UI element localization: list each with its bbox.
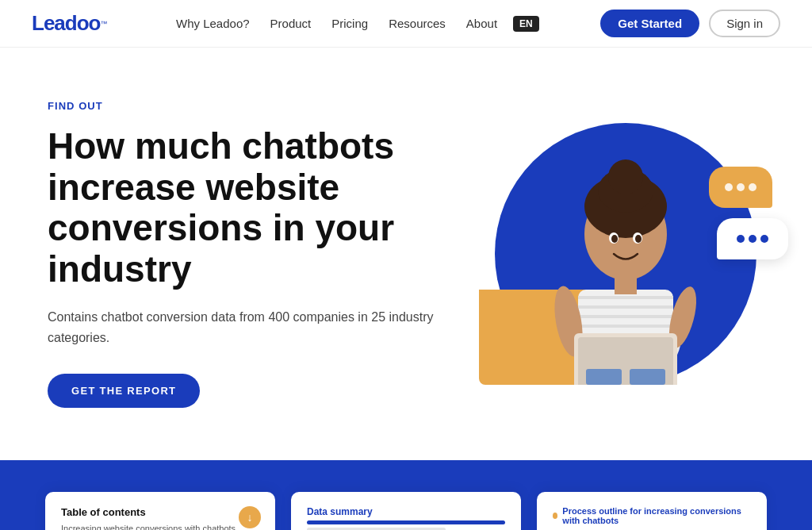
svg-rect-20 [630,369,665,385]
hero-tag: FIND OUT [48,100,436,112]
svg-rect-4 [578,315,673,318]
dot1 [725,183,733,191]
card1-subtitle: Increasing website conversions with chat… [61,523,259,530]
svg-point-17 [635,235,642,243]
dot6 [760,235,768,243]
svg-point-16 [611,235,618,243]
nav-links: Why Leadoo? Product Pricing Resources Ab… [168,12,539,35]
card2-line1 [307,520,505,524]
dot4 [737,235,745,243]
process-outline-card: Process outline for increasing conversio… [537,492,767,530]
card1-icon: ↓ [239,506,261,528]
dot-orange [553,513,557,519]
table-of-contents-card: Table of contents Increasing website con… [45,492,275,530]
card3-title: Process outline for increasing conversio… [562,506,751,525]
lang-badge[interactable]: EN [513,16,539,32]
svg-rect-5 [578,325,673,328]
card1-title: Table of contents [61,506,259,518]
logo[interactable]: Leadoo™ [32,11,106,36]
get-started-button[interactable]: Get Started [600,10,699,37]
dot2 [737,183,745,191]
sign-in-button[interactable]: Sign in [709,10,780,37]
svg-rect-2 [578,296,673,299]
dot5 [749,235,756,243]
get-report-button[interactable]: GET THE REPORT [48,374,200,408]
hero-content: FIND OUT How much chatbots increase webs… [48,100,460,407]
nav-pricing[interactable]: Pricing [324,12,376,35]
nav-why-leadoo[interactable]: Why Leadoo? [168,12,258,35]
nav-about[interactable]: About [458,12,505,35]
svg-point-13 [608,159,643,194]
card2-title: Data summary [307,506,505,517]
hero-subtext: Contains chatbot conversion data from 40… [48,307,436,348]
person-illustration [515,131,737,385]
logo-tm: ™ [100,20,106,28]
logo-text: Leadoo [32,11,100,36]
hero-image [487,123,764,385]
nav-resources[interactable]: Resources [381,12,454,35]
chat-bubble-white [717,218,788,259]
nav-actions: Get Started Sign in [600,10,780,37]
dot3 [749,183,756,191]
chat-bubble-orange [709,167,772,208]
navbar: Leadoo™ Why Leadoo? Product Pricing Reso… [0,0,812,48]
svg-rect-19 [586,369,622,385]
svg-rect-18 [615,275,637,294]
data-summary-card: Data summary [291,492,521,530]
hero-section: FIND OUT How much chatbots increase webs… [0,48,812,460]
svg-rect-3 [578,305,673,309]
bottom-section: Table of contents Increasing website con… [0,460,812,530]
nav-product[interactable]: Product [262,12,320,35]
card3-header: Process outline for increasing conversio… [553,506,751,525]
hero-heading: How much chatbots increase website conve… [48,126,436,290]
